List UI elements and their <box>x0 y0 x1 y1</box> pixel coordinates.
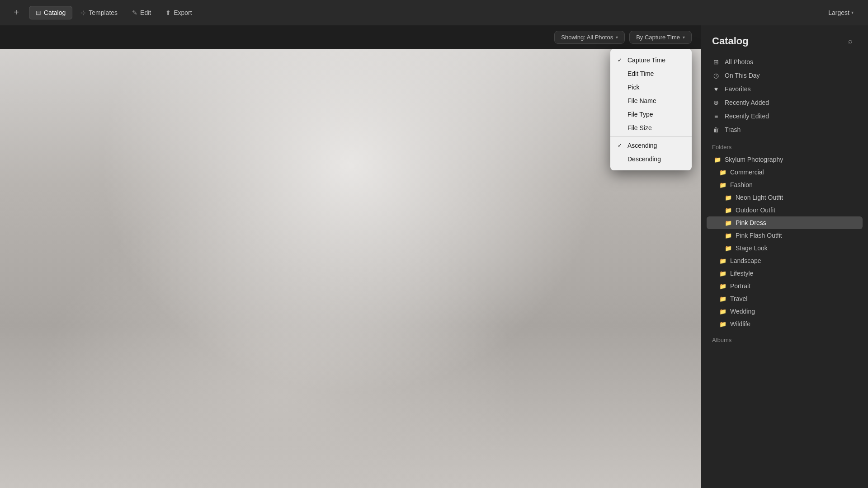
folder-lifestyle[interactable]: 📁 Lifestyle <box>707 267 863 280</box>
sidebar-item-on-this-day[interactable]: ◷ On This Day <box>707 69 863 82</box>
file-size-label: File Size <box>627 124 652 131</box>
folder-skylum-photography[interactable]: 📁 Skylum Photography <box>707 153 863 166</box>
edit-icon: ✎ <box>132 9 137 16</box>
export-icon: ⬆ <box>165 9 171 16</box>
all-photos-label: All Photos <box>725 58 753 66</box>
on-this-day-label: On This Day <box>725 72 760 79</box>
folder-label: Commercial <box>730 169 764 176</box>
sort-pick[interactable]: Pick <box>610 80 692 94</box>
folder-landscape[interactable]: 📁 Landscape <box>707 254 863 267</box>
folder-pink-dress[interactable]: 📁 Pink Dress <box>707 216 863 229</box>
folder-pink-flash-outfit[interactable]: 📁 Pink Flash Outfit <box>707 229 863 242</box>
sort-ascending[interactable]: ✓ Ascending <box>610 139 692 152</box>
all-photos-icon: ⊞ <box>712 58 720 66</box>
folders-section-header: Folders <box>701 138 868 152</box>
right-sidebar: Catalog ⌕ ⊞ All Photos ◷ On This Day ♥ F… <box>701 25 868 488</box>
folder-label: Fashion <box>730 181 753 188</box>
folder-icon: 📁 <box>719 296 726 302</box>
folder-stage-look[interactable]: 📁 Stage Look <box>707 242 863 254</box>
sidebar-item-recently-edited[interactable]: ≡ Recently Edited <box>707 109 863 123</box>
showing-label: Showing: All Photos <box>561 34 613 41</box>
photo-grid <box>0 49 701 488</box>
capture-time-check-icon: ✓ <box>618 57 624 63</box>
sort-edit-time[interactable]: Edit Time <box>610 67 692 80</box>
photo-area: Showing: All Photos ▾ By Capture Time ▾ … <box>0 25 701 488</box>
sidebar-item-all-photos[interactable]: ⊞ All Photos <box>707 55 863 69</box>
trash-icon: 🗑 <box>712 126 720 133</box>
folder-icon: 📁 <box>725 207 732 214</box>
folder-label: Travel <box>730 295 747 302</box>
recently-edited-label: Recently Edited <box>725 113 769 120</box>
size-chevron-icon: ▾ <box>851 10 854 15</box>
folder-portrait[interactable]: 📁 Portrait <box>707 280 863 292</box>
sort-file-type[interactable]: File Type <box>610 108 692 121</box>
folder-neon-light-outfit[interactable]: 📁 Neon Light Outfit <box>707 191 863 204</box>
folder-label: Portrait <box>730 282 750 290</box>
folder-label: Pink Flash Outfit <box>736 232 782 239</box>
sort-file-size[interactable]: File Size <box>610 121 692 135</box>
main-content: Showing: All Photos ▾ By Capture Time ▾ … <box>0 25 868 488</box>
export-button[interactable]: ⬆ Export <box>159 6 198 19</box>
folder-icon: 📁 <box>719 283 726 290</box>
showing-chevron-icon: ▾ <box>616 35 618 40</box>
size-dropdown[interactable]: Largest ▾ <box>823 7 859 19</box>
folder-icon: 📁 <box>719 258 726 264</box>
sidebar-item-favorites[interactable]: ♥ Favorites <box>707 82 863 96</box>
recently-added-icon: ⊕ <box>712 99 720 106</box>
folder-label: Landscape <box>730 257 761 264</box>
descending-label: Descending <box>627 155 661 163</box>
toolbar: + ⊟ Catalog ⊹ Templates ✎ Edit ⬆ Export … <box>0 0 868 25</box>
edit-time-label: Edit Time <box>627 70 654 77</box>
folder-icon: 📁 <box>714 156 721 163</box>
folder-icon: 📁 <box>719 270 726 277</box>
folder-commercial[interactable]: 📁 Commercial <box>707 166 863 178</box>
sort-options-section: ✓ Capture Time Edit Time Pick File Name <box>610 52 692 136</box>
export-label: Export <box>174 9 192 16</box>
folder-icon: 📁 <box>725 232 732 239</box>
folder-icon: 📁 <box>719 321 726 328</box>
folder-label: Wedding <box>730 308 755 315</box>
sidebar-item-trash[interactable]: 🗑 Trash <box>707 123 863 136</box>
edit-button[interactable]: ✎ Edit <box>126 6 157 19</box>
folder-label: Pink Dress <box>736 219 766 226</box>
on-this-day-icon: ◷ <box>712 72 720 79</box>
folder-wildlife[interactable]: 📁 Wildlife <box>707 318 863 330</box>
folder-fashion[interactable]: 📁 Fashion <box>707 178 863 191</box>
size-label: Largest <box>828 9 849 16</box>
toolbar-right: Largest ▾ <box>823 7 859 19</box>
sort-order-section: ✓ Ascending Descending <box>610 136 692 168</box>
filter-bar: Showing: All Photos ▾ By Capture Time ▾ … <box>0 25 701 49</box>
sort-capture-time[interactable]: ✓ Capture Time <box>610 53 692 67</box>
sidebar-item-recently-added[interactable]: ⊕ Recently Added <box>707 96 863 109</box>
file-name-label: File Name <box>627 97 656 104</box>
sidebar-search-button[interactable]: ⌕ <box>844 34 857 48</box>
pick-label: Pick <box>627 84 639 91</box>
templates-label: Templates <box>89 9 118 16</box>
recently-edited-icon: ≡ <box>712 113 720 120</box>
photo-4[interactable] <box>0 49 701 488</box>
folder-label: Stage Look <box>736 244 768 252</box>
sort-descending[interactable]: Descending <box>610 152 692 166</box>
templates-button[interactable]: ⊹ Templates <box>74 6 124 19</box>
sidebar-header: Catalog ⌕ <box>701 25 868 53</box>
folder-wedding[interactable]: 📁 Wedding <box>707 305 863 318</box>
showing-dropdown[interactable]: Showing: All Photos ▾ <box>554 31 625 44</box>
favorites-label: Favorites <box>725 85 751 93</box>
ascending-check-icon: ✓ <box>618 142 624 149</box>
sort-file-name[interactable]: File Name <box>610 94 692 108</box>
toolbar-left: + ⊟ Catalog ⊹ Templates ✎ Edit ⬆ Export <box>9 5 823 20</box>
catalog-icon: ⊟ <box>36 9 41 16</box>
albums-section-header: Albums <box>701 331 868 345</box>
trash-label: Trash <box>725 126 741 133</box>
catalog-button[interactable]: ⊟ Catalog <box>29 6 72 19</box>
folder-travel[interactable]: 📁 Travel <box>707 292 863 305</box>
folder-label: Wildlife <box>730 320 750 328</box>
folder-outdoor-outfit[interactable]: 📁 Outdoor Outfit <box>707 204 863 216</box>
plus-icon: + <box>14 7 19 18</box>
sort-dropdown[interactable]: By Capture Time ▾ <box>629 31 692 44</box>
folder-label: Neon Light Outfit <box>736 194 783 201</box>
sort-label: By Capture Time <box>636 34 680 41</box>
folder-icon: 📁 <box>725 194 732 201</box>
sidebar-title: Catalog <box>712 35 749 47</box>
add-button[interactable]: + <box>9 5 24 20</box>
